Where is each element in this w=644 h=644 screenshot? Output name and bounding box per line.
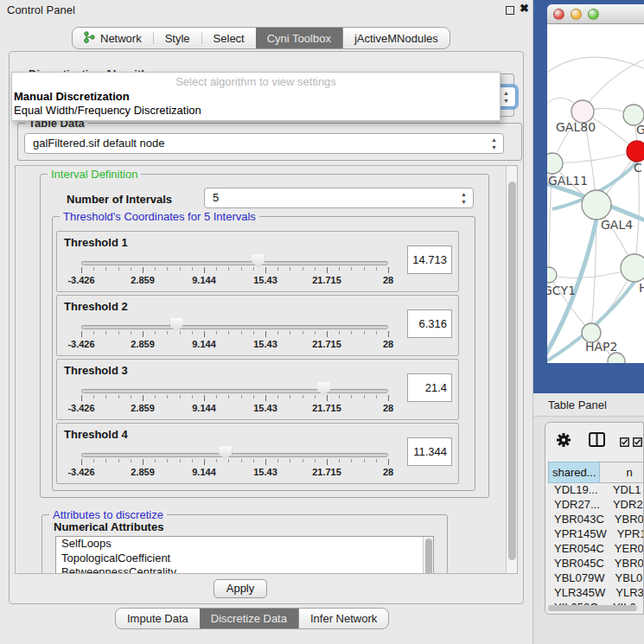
slider-track[interactable]: [81, 453, 388, 457]
popup-item-manual-discretization[interactable]: Manual Discretization: [12, 90, 500, 103]
num-intervals-label: Number of Intervals: [67, 193, 172, 206]
network-canvas[interactable]: GAL80GACGAL11GAL4HGCY1HAP2: [547, 24, 644, 363]
table-header-row: shared... n: [548, 462, 644, 483]
attribute-list-item[interactable]: TopologicalCoefficient: [56, 552, 433, 566]
slider-thumb[interactable]: [317, 382, 330, 396]
mac-minimize-button[interactable]: [571, 9, 582, 20]
table-row[interactable]: YDR27...YDR2: [548, 498, 644, 513]
column-header-name[interactable]: n: [600, 462, 644, 483]
slider-thumb[interactable]: [170, 318, 183, 332]
tick-mark: [131, 267, 131, 271]
network-node-red-node[interactable]: [627, 141, 644, 162]
table-data-combobox[interactable]: galFiltered.sif default node ▲▼: [24, 133, 504, 154]
slider-track[interactable]: [81, 325, 388, 329]
scale-label: 15.43: [239, 275, 291, 285]
table-row[interactable]: YPR145WYPR1: [548, 527, 644, 542]
table-row[interactable]: YER054CYER0: [548, 542, 644, 557]
tick-mark: [131, 395, 131, 399]
network-node-GCY1[interactable]: [547, 267, 557, 283]
threshold-value-field[interactable]: 21.4: [407, 373, 452, 402]
table-row[interactable]: YBR043CYBR0: [548, 513, 644, 527]
tick-mark: [216, 267, 217, 271]
popup-item-equal-width-frequency[interactable]: Equal Width/Frequency Discretization: [12, 104, 500, 117]
cell-name: YDL1: [603, 483, 644, 498]
table-row[interactable]: YBR045CYBR0: [548, 557, 644, 571]
top-tab-strip: Network Style Select Cyni Toolbox jActiv…: [72, 27, 450, 49]
tick-mark: [93, 331, 94, 335]
table-row[interactable]: YDL19...YDL1: [548, 483, 644, 498]
tick-mark: [167, 395, 168, 399]
network-node-label: C: [634, 161, 642, 175]
tab-infer-network[interactable]: Infer Network: [298, 609, 388, 628]
threshold-label: Threshold 1: [64, 236, 128, 249]
tick-mark: [327, 331, 328, 337]
cyni-toolbox-panel: Discretization Algorithm ▲▼ Select algor…: [9, 51, 524, 604]
network-edge[interactable]: [583, 59, 644, 112]
slider-thumb[interactable]: [219, 446, 232, 460]
tab-impute-data[interactable]: Impute Data: [116, 609, 200, 628]
numerical-attributes-list[interactable]: SelfLoopsTopologicalCoefficientBetweenne…: [55, 536, 434, 574]
table-rows[interactable]: YDL19...YDL1YDR27...YDR2YBR043CYBR0YPR14…: [548, 483, 644, 605]
table-row[interactable]: YLR345WYLR3: [548, 586, 644, 601]
threshold-value-field[interactable]: 14.713: [407, 245, 452, 274]
tick-mark: [376, 331, 377, 335]
apply-button[interactable]: Apply: [214, 579, 267, 598]
threshold-label: Threshold 2: [64, 300, 128, 313]
tab-cyni-toolbox[interactable]: Cyni Toolbox: [256, 28, 342, 48]
scale-label: 9.144: [178, 467, 230, 477]
table-row[interactable]: YBL079WYBL0: [548, 571, 644, 586]
mac-close-button[interactable]: [553, 9, 564, 20]
network-node-GAL11[interactable]: [547, 153, 563, 174]
slider-track[interactable]: [81, 389, 388, 393]
tick-mark: [143, 459, 143, 465]
settings-scrollbar[interactable]: [506, 166, 517, 573]
tick-mark: [192, 395, 193, 399]
tab-discretize-data[interactable]: Discretize Data: [200, 609, 298, 628]
tick-mark: [388, 331, 389, 337]
cell-shared-name: YDL19...: [548, 483, 603, 498]
tick-mark: [253, 459, 254, 462]
mac-zoom-button[interactable]: [588, 9, 599, 20]
attribute-list-item[interactable]: SelfLoops: [56, 537, 433, 552]
threshold-value-field[interactable]: 11.344: [407, 437, 452, 466]
tick-mark: [277, 331, 278, 335]
cell-name: YPR1: [607, 527, 644, 542]
network-node-label: GAL11: [548, 174, 588, 188]
bottom-tab-strip: Impute Data Discretize Data Infer Networ…: [115, 608, 389, 629]
network-node-label: GAL80: [556, 120, 596, 134]
tick-mark: [364, 267, 365, 271]
tab-select[interactable]: Select: [202, 28, 256, 48]
network-node-label: H: [639, 281, 644, 295]
gear-icon[interactable]: [556, 432, 571, 451]
cell-name: YBR0: [604, 513, 644, 527]
tab-style[interactable]: Style: [154, 28, 201, 48]
network-node-node-right-mid[interactable]: [621, 254, 644, 282]
slider-track[interactable]: [81, 261, 388, 265]
network-node-GAL4[interactable]: [582, 190, 611, 220]
right-region: GAL80GACGAL11GAL4HGCY1HAP2 Table Panel: [533, 0, 644, 644]
slider-thumb[interactable]: [252, 254, 265, 268]
close-icon[interactable]: ✖: [520, 2, 529, 15]
checkbox-checked-icon[interactable]: [633, 435, 642, 450]
num-intervals-combobox[interactable]: 5 ▲▼: [204, 188, 474, 208]
attribute-list-item[interactable]: BetweennessCentrality: [56, 565, 433, 574]
group-label: Attributes to discretize: [49, 508, 167, 521]
network-edge[interactable]: [552, 151, 637, 163]
scale-label: 28: [362, 467, 414, 477]
tick-mark: [327, 459, 328, 465]
attributes-scrollbar[interactable]: [423, 537, 433, 574]
tick-mark: [241, 395, 242, 399]
table-horizontal-scrollbar[interactable]: [547, 605, 643, 612]
column-header-shared[interactable]: shared...: [548, 462, 600, 483]
checkbox-checked-icon[interactable]: [620, 435, 629, 450]
tick-mark: [155, 459, 156, 462]
float-window-icon[interactable]: [506, 6, 514, 15]
tick-mark: [339, 395, 340, 399]
tab-jactivemnodules[interactable]: jActiveMNodules: [342, 28, 450, 48]
tab-network[interactable]: Network: [73, 28, 153, 48]
columns-icon[interactable]: [589, 432, 605, 450]
cell-shared-name: YBR043C: [548, 513, 604, 527]
scale-label: -3.426: [55, 403, 107, 413]
tick-mark: [315, 331, 316, 335]
threshold-value-field[interactable]: 6.316: [407, 309, 452, 338]
